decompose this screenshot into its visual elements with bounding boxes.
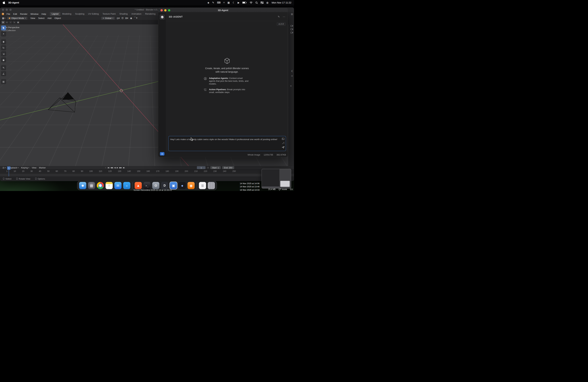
select-mode-box-button[interactable]: ▭ (5, 21, 8, 24)
close-button[interactable] (160, 9, 163, 11)
transform-tool[interactable]: ◉ (1, 57, 6, 62)
dock-item-system-settings[interactable]: ⚙ (152, 182, 159, 189)
rotate-tool[interactable]: ↻ (1, 45, 6, 50)
select-mode-circle-button[interactable]: ○ (9, 21, 12, 24)
end-frame-field[interactable]: End250 (222, 166, 234, 169)
timeline-editor-type-button[interactable]: ◷▾ (1, 166, 7, 169)
menu-timeline-view[interactable]: View (30, 167, 38, 169)
dock-item-finder[interactable]: ☻ (79, 182, 86, 189)
select-box-tool[interactable] (1, 25, 6, 30)
shield-icon[interactable]: ◈ (208, 1, 209, 4)
tab-animation[interactable]: Animation (129, 12, 143, 16)
menu-file[interactable]: File (5, 13, 12, 15)
dock-item-blender[interactable]: ◉ (188, 182, 195, 189)
screenshot-preview-window[interactable] (262, 169, 291, 189)
menu-edit[interactable]: Edit (12, 13, 19, 15)
add-cube-tool[interactable]: ⊞ (1, 79, 6, 84)
file-date[interactable]: 14 Nov 2025 at 14:06 (240, 182, 259, 185)
auto-key-toggle[interactable]: ○ (105, 167, 106, 169)
editor-type-button[interactable]: ▦▾ (1, 17, 6, 20)
dock-item-3d-agent[interactable]: ▣ (170, 182, 177, 189)
menu-window[interactable]: Window (29, 13, 40, 15)
jump-to-end-button[interactable]: ▶| (123, 167, 125, 169)
select-mode-lasso-button[interactable]: ∿ (13, 21, 16, 24)
dock-item-terminal[interactable]: >_ (144, 182, 151, 189)
snap-magnet-toggle[interactable]: ℧ (122, 17, 123, 20)
scale-tool[interactable]: ⇲ (1, 51, 6, 56)
dock-item-trash[interactable] (208, 182, 215, 189)
menu-object[interactable]: Object (53, 17, 63, 20)
pencil-icon[interactable]: ✎ (212, 1, 214, 4)
minimize-button[interactable] (164, 9, 167, 11)
start-frame-field[interactable]: Start1 (210, 166, 221, 169)
mode-select[interactable]: ▣ Object Mode ▾ (7, 17, 27, 20)
file-date[interactable]: 14 Nov 2025 at 13:33 (240, 188, 259, 191)
menu-add[interactable]: Add (46, 17, 53, 20)
battery-icon[interactable] (242, 1, 247, 4)
timeline-ruler[interactable]: 110 2030 4050 6070 8090 100110 120130 14… (0, 169, 294, 174)
apple-menu-icon[interactable] (3, 1, 5, 4)
playhead[interactable] (9, 170, 9, 176)
tab-layout[interactable]: Layout (50, 12, 60, 16)
panel-toggle-icon[interactable]: ▤ (291, 13, 293, 15)
tab-modeling[interactable]: Modeling (60, 12, 73, 16)
focus-moon-icon[interactable]: ☾ (233, 1, 235, 4)
timeline-track-area[interactable] (0, 174, 294, 176)
window-grid-icon[interactable]: ▦ (228, 1, 230, 4)
control-center-icon[interactable] (261, 1, 264, 4)
chat-input[interactable]: Hey! Lets make a low poly cabin swiss st… (168, 136, 286, 151)
dock-item-brave[interactable]: ▲ (135, 182, 142, 189)
tiles-icon[interactable]: ⌗ (223, 1, 225, 4)
connection-toggle-button[interactable] (160, 152, 164, 155)
dock-item-utility[interactable]: ◆ (179, 182, 186, 189)
menu-marker[interactable]: Marker (38, 167, 47, 169)
file-date[interactable]: 14 Nov 2025 at 13:46 (240, 185, 259, 188)
pin-icon[interactable]: ⊙ (291, 75, 293, 77)
annotate-tool[interactable]: ✎ (1, 65, 6, 70)
transform-orientation-select[interactable]: ⌖ Global ▾ (101, 17, 115, 20)
camera-visibility-icon[interactable] (291, 31, 293, 34)
wifi-icon[interactable] (250, 1, 252, 4)
measure-tool[interactable]: ∠ (1, 71, 6, 76)
magic-wand-icon[interactable] (282, 142, 284, 144)
menu-keying[interactable]: Keying▾ (20, 167, 30, 169)
active-app-name[interactable]: 3D-Agent (8, 1, 19, 4)
camera-visibility-icon[interactable] (291, 25, 293, 27)
pivot-point-select[interactable]: ◎▾ (117, 17, 120, 20)
select-mode-extra-button[interactable]: ▦ (17, 21, 20, 24)
cursor-tool[interactable]: ⌖ (1, 31, 6, 36)
dock-item-chrome[interactable] (97, 182, 104, 189)
close-button[interactable] (2, 9, 4, 11)
dock-item-mail[interactable]: ✉ (114, 182, 122, 189)
current-frame-marker[interactable]: 1 (7, 167, 10, 170)
next-keyframe-button[interactable]: ▶▶ (119, 167, 122, 169)
attach-image-icon[interactable] (282, 138, 284, 140)
current-frame-field[interactable]: 1 (197, 166, 206, 169)
play-button[interactable]: ▶ (117, 167, 118, 169)
dock-item-texteditor[interactable]: ≣ (199, 182, 206, 189)
tab-shading[interactable]: Shading (118, 12, 129, 16)
menu-view[interactable]: View (29, 17, 37, 20)
prev-keyframe-button[interactable]: ◀◀ (110, 167, 113, 169)
close-icon[interactable]: ✕ (290, 85, 292, 87)
tab-texture-paint[interactable]: Texture Paint (101, 12, 118, 16)
blender-logo-icon[interactable] (1, 13, 4, 15)
send-icon[interactable] (282, 146, 284, 149)
dock-item-launchpad[interactable]: ▦ (88, 182, 95, 189)
dock-item-vscode[interactable]: ‹› (123, 182, 130, 189)
snap-target-select[interactable]: ⊞▾ (125, 17, 128, 20)
collapse-chevron-icon[interactable]: ❮ (291, 70, 293, 72)
capture-mode-label[interactable]: Whole Image (248, 153, 260, 156)
menu-render[interactable]: Render (19, 13, 29, 15)
spotlight-search-icon[interactable] (255, 1, 258, 4)
keyboard-icon[interactable]: ⌨ (217, 1, 220, 4)
zoom-button[interactable] (168, 9, 170, 11)
screen-play-icon[interactable]: ▶ (238, 1, 239, 4)
play-reverse-button[interactable]: ◀ (114, 167, 116, 169)
dock-item-discord[interactable]: D (161, 182, 168, 189)
agent-titlebar[interactable]: 3D-Agent (158, 8, 288, 13)
siri-icon[interactable]: ◍ (266, 1, 269, 4)
move-tool[interactable]: ✚ (1, 40, 6, 44)
jump-to-start-button[interactable]: |◀ (107, 167, 109, 169)
dock-item-notes[interactable]: ≡ (105, 182, 113, 189)
